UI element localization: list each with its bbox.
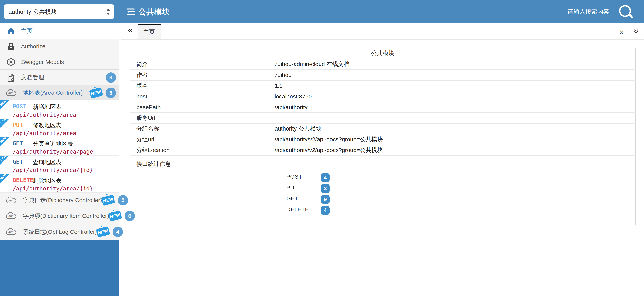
- sidebar-item-authorize[interactable]: Authorize: [0, 39, 119, 54]
- row-value: zuihou: [268, 70, 636, 80]
- controller-label: 地区表(Area Controller): [23, 89, 83, 97]
- svg-text:API: API: [8, 215, 13, 218]
- endpoint-page-area[interactable]: NEW GET 分页查询地区表 /api/authority/area/page: [0, 137, 119, 156]
- table-row: 版本 1.0: [130, 80, 636, 91]
- document-gear-icon: [6, 73, 15, 82]
- sidebar-item-label: Swagger Models: [21, 59, 64, 65]
- stats-count-badge: 9: [321, 195, 330, 204]
- collapse-left-icon[interactable]: «: [128, 25, 133, 35]
- sidebar-item-label: Authorize: [21, 43, 46, 50]
- row-value: /api/authority/v2/api-docs?group=公共模块: [268, 134, 636, 145]
- new-sign-icon: NEW: [96, 226, 110, 237]
- tree-guide-line: [7, 100, 8, 193]
- table-title: 公共模块: [130, 48, 636, 59]
- collapse-down-icon[interactable]: »: [629, 25, 644, 38]
- search-icon[interactable]: [619, 5, 633, 19]
- search-input[interactable]: [509, 6, 610, 18]
- endpoint-path: /api/authority/area: [13, 112, 76, 118]
- collapse-right-icon[interactable]: »: [614, 25, 630, 38]
- endpoint-path: /api/authority/area/{id}: [13, 167, 93, 173]
- table-row: 服务Url: [130, 113, 636, 123]
- stats-count-badge: 4: [321, 206, 330, 215]
- row-label: 服务Url: [130, 113, 268, 123]
- stats-row: 接口统计信息 POST 4 PUT 3 GET 9: [130, 156, 636, 225]
- stats-method: GET: [281, 195, 316, 205]
- new-ribbon-icon: NEW: [0, 156, 9, 165]
- endpoint-get-area[interactable]: NEW GET 查询地区表 /api/authority/area/{id}: [0, 156, 119, 174]
- sidebar: 主页 Authorize Swagger Models: [0, 24, 119, 296]
- tab-home[interactable]: 主页: [138, 24, 160, 39]
- endpoint-name: 新增地区表: [33, 103, 62, 111]
- endpoint-path: /api/authority/area/page: [13, 148, 93, 155]
- endpoint-method: DELETE: [13, 177, 32, 183]
- sidebar-item-doc-manage[interactable]: 文档管理 3: [0, 70, 119, 85]
- endpoint-name: 分页查询地区表: [33, 140, 73, 148]
- sidebar-controller-area[interactable]: API 地区表(Area Controller) NEW 5: [0, 85, 119, 100]
- row-label: 作者: [130, 70, 268, 80]
- top-header: authority-公共模块 公共模块: [0, 0, 644, 24]
- method-stats-table: POST 4 PUT 3 GET 9 DELETE 4: [281, 172, 635, 217]
- row-label: host: [130, 91, 268, 102]
- row-value: /api/authority: [268, 102, 636, 113]
- sidebar-filler: [0, 240, 119, 296]
- models-hexagon-icon: [6, 58, 15, 66]
- controller-label: 字典目录(Dictionary Controller): [23, 196, 102, 204]
- tab-home-label: 主页: [143, 28, 155, 36]
- row-value: authority-公共模块: [268, 123, 636, 134]
- table-row: 分组Location /api/authority/v2/api-docs?gr…: [130, 145, 636, 156]
- row-value: localhost:8760: [268, 91, 636, 102]
- svg-text:API: API: [8, 92, 13, 95]
- stats-method: PUT: [281, 184, 316, 194]
- app-title: 公共模块: [138, 7, 170, 17]
- table-title-row: 公共模块: [130, 48, 636, 59]
- endpoint-path: /api/authority/area: [13, 130, 76, 136]
- home-icon: [6, 27, 15, 36]
- endpoint-add-area[interactable]: NEW POST 新增地区表 /api/authority/area: [0, 100, 119, 119]
- api-cloud-icon: API: [5, 89, 17, 97]
- new-ribbon-icon: NEW: [0, 174, 9, 183]
- api-cloud-icon: API: [5, 212, 17, 220]
- count-badge: 4: [112, 227, 123, 237]
- count-badge: 3: [106, 72, 116, 83]
- row-label: basePath: [130, 102, 268, 113]
- count-badge: 5: [118, 195, 128, 205]
- sidebar-item-swagger-models[interactable]: Swagger Models: [0, 54, 119, 70]
- table-row: 作者 zuihou: [130, 70, 636, 80]
- stats-table-row: POST 4: [281, 173, 635, 183]
- sidebar-controller-dictionary[interactable]: API 字典目录(Dictionary Controller) NEW 5: [0, 192, 119, 208]
- group-select[interactable]: authority-公共模块: [4, 5, 114, 19]
- endpoint-method: GET: [13, 158, 32, 165]
- endpoint-name: 删除地区表: [33, 177, 62, 185]
- svg-text:API: API: [8, 231, 13, 234]
- stats-count-badge: 3: [321, 184, 330, 193]
- svg-text:API: API: [8, 199, 13, 202]
- stats-count-badge: 4: [321, 173, 330, 182]
- endpoint-path: /api/authority/area/{id}: [13, 185, 93, 192]
- row-value: [268, 113, 636, 123]
- menu-lines-icon: [126, 8, 136, 16]
- new-sign-icon: NEW: [89, 87, 103, 98]
- stats-method: POST: [281, 173, 316, 183]
- lock-icon: [6, 42, 15, 51]
- row-value: zuihou-admin-cloud 在线文档: [268, 59, 636, 70]
- group-select-wrap: authority-公共模块: [4, 5, 114, 19]
- row-value: 1.0: [268, 80, 636, 91]
- endpoint-method: POST: [13, 103, 32, 110]
- brand: 公共模块: [126, 0, 170, 24]
- stats-table-row: PUT 3: [281, 184, 635, 194]
- count-badge: 5: [106, 88, 116, 98]
- endpoint-method: GET: [13, 140, 32, 147]
- endpoint-delete-area[interactable]: NEW DELETE 删除地区表 /api/authority/area/{id…: [0, 174, 119, 192]
- row-label: 版本: [130, 80, 268, 91]
- row-label: 简介: [130, 59, 268, 70]
- tabstrip-border: [121, 39, 644, 40]
- sidebar-controller-opt-log[interactable]: API 系统日志(Opt Log Controller) NEW 4: [0, 224, 119, 240]
- api-cloud-icon: API: [5, 196, 17, 204]
- sidebar-item-home[interactable]: 主页: [0, 24, 119, 39]
- endpoint-edit-area[interactable]: NEW PUT 修改地区表 /api/authority/area: [0, 119, 119, 137]
- new-ribbon-icon: NEW: [0, 137, 9, 146]
- sidebar-item-label: 主页: [21, 27, 32, 35]
- sidebar-item-label: 文档管理: [21, 74, 44, 81]
- table-row: 简介 zuihou-admin-cloud 在线文档: [130, 59, 636, 70]
- sidebar-controller-dictionary-item[interactable]: API 字典项(Dictionary Item Controller) NEW …: [0, 208, 119, 224]
